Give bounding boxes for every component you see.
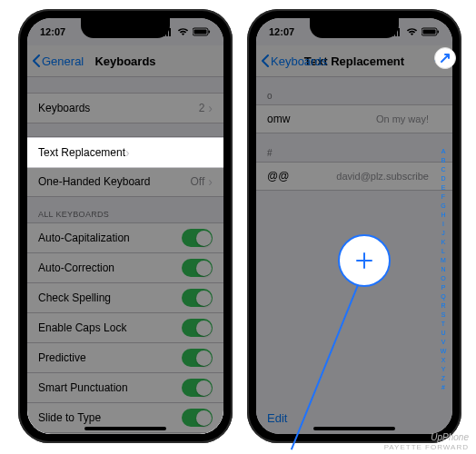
text-replacement-highlight[interactable]: Text Replacement › <box>27 138 223 167</box>
toggle-row[interactable]: Predictive <box>27 343 223 373</box>
toggle-label: Slide to Type <box>38 411 101 424</box>
index-letter[interactable]: T <box>438 320 449 329</box>
toggle-row[interactable]: Enable Caps Lock <box>27 313 223 343</box>
nav-bar: General Keyboards <box>27 45 223 77</box>
index-letter[interactable]: D <box>438 174 449 183</box>
chevron-left-icon <box>33 54 40 67</box>
index-letter[interactable]: M <box>438 256 449 265</box>
index-letter[interactable]: B <box>438 156 449 165</box>
phrase-label: omw <box>267 113 290 125</box>
index-letter[interactable]: O <box>438 274 449 283</box>
watermark-l2: PAYETTE FORWARD <box>384 442 469 452</box>
watermark: UpPhone PAYETTE FORWARD <box>384 432 469 452</box>
edit-button[interactable]: Edit <box>267 411 287 425</box>
status-time: 12:07 <box>269 26 294 37</box>
toggle-row[interactable]: Auto-Capitalization <box>27 222 223 253</box>
watermark-l1: UpPhone <box>384 432 469 442</box>
index-letter[interactable]: X <box>438 356 449 365</box>
back-button[interactable]: General <box>33 54 84 68</box>
chevron-left-icon <box>262 54 269 67</box>
toggle-switch[interactable] <box>182 349 213 367</box>
wifi-icon <box>177 27 189 36</box>
chevron-right-icon: › <box>208 174 213 189</box>
toggle-row[interactable]: Delete Slide-to-Type by Word <box>27 433 223 434</box>
status-time: 12:07 <box>40 26 65 37</box>
toggle-switch[interactable] <box>182 229 213 247</box>
index-letter[interactable]: S <box>438 311 449 320</box>
index-letter[interactable]: F <box>438 192 449 202</box>
index-letter[interactable]: R <box>438 301 449 311</box>
arrow-icon <box>439 52 451 64</box>
section-header: # <box>256 133 452 162</box>
toggle-switch[interactable] <box>182 289 213 307</box>
index-strip[interactable]: ABCDEFGHIJKLMNOPQRSTUVWXYZ# <box>438 147 449 398</box>
toggle-label: Smart Punctuation <box>38 381 128 394</box>
index-letter[interactable]: Y <box>438 365 449 374</box>
phone-left: 12:07 General Keyboards Keyboards <box>18 9 233 443</box>
battery-icon <box>421 27 440 36</box>
one-handed-label: One-Handed Keyboard <box>38 175 150 188</box>
index-letter[interactable]: H <box>438 211 449 220</box>
svg-rect-6 <box>194 30 207 35</box>
keyboards-count: 2 <box>199 102 205 114</box>
keyboards-group: Keyboards 2› <box>27 93 223 123</box>
index-letter[interactable]: G <box>438 202 449 211</box>
one-handed-row[interactable]: One-Handed Keyboard Off› <box>27 167 223 197</box>
toggle-row[interactable]: Smart Punctuation <box>27 373 223 403</box>
back-label: General <box>42 54 84 68</box>
screen-right: 12:07 Keyboards Text Replacement + oomwO… <box>256 18 452 434</box>
notch <box>310 18 399 38</box>
index-letter[interactable]: C <box>438 165 449 174</box>
phrase-label: @@ <box>267 170 289 183</box>
index-letter[interactable]: I <box>438 220 449 229</box>
index-letter[interactable]: V <box>438 338 449 347</box>
keyboards-row[interactable]: Keyboards 2› <box>27 93 223 123</box>
battery-icon <box>193 27 211 36</box>
chevron-right-icon: › <box>125 145 130 160</box>
toggle-switch[interactable] <box>182 379 213 397</box>
index-letter[interactable]: N <box>438 265 449 274</box>
index-letter[interactable]: E <box>438 183 449 192</box>
toggle-switch[interactable] <box>182 319 213 337</box>
replacement-row[interactable]: @@david@plz.subscribe <box>256 162 452 191</box>
one-handed-value: Off <box>191 175 205 188</box>
plus-icon <box>354 251 374 271</box>
wifi-icon <box>406 27 418 36</box>
index-letter[interactable]: K <box>438 238 449 247</box>
index-letter[interactable]: Q <box>438 292 449 301</box>
phone-right: 12:07 Keyboards Text Replacement + oomwO… <box>247 9 461 443</box>
toggle-row[interactable]: Check Spelling <box>27 283 223 313</box>
notch <box>81 18 170 38</box>
text-replacement-highlight-label: Text Replacement <box>38 146 125 159</box>
index-letter[interactable]: Z <box>438 374 449 383</box>
replacement-label: On my way! <box>376 114 429 124</box>
toggle-label: Predictive <box>38 351 86 364</box>
index-letter[interactable]: A <box>438 147 449 156</box>
nav-title: Keyboards <box>94 54 155 68</box>
toggle-label: Enable Caps Lock <box>38 321 126 334</box>
home-indicator[interactable] <box>313 427 395 430</box>
keyboards-label: Keyboards <box>38 102 90 114</box>
content-left: Keyboards 2› Text Replacement › One-Hand… <box>27 76 223 434</box>
toggle-switch[interactable] <box>182 409 213 427</box>
index-letter[interactable]: # <box>438 383 449 392</box>
back-button[interactable]: Keyboards <box>262 54 327 68</box>
replacement-label: david@plz.subscribe <box>336 171 429 182</box>
toggle-label: Auto-Capitalization <box>38 232 130 244</box>
index-letter[interactable]: J <box>438 229 449 238</box>
svg-rect-12 <box>438 31 440 34</box>
screen-left: 12:07 General Keyboards Keyboards <box>27 18 223 434</box>
index-letter[interactable]: W <box>438 347 449 356</box>
index-letter[interactable]: P <box>438 283 449 292</box>
nav-bar: Keyboards Text Replacement + <box>256 45 452 77</box>
section-header: o <box>256 76 452 104</box>
toggles-list: Auto-CapitalizationAuto-CorrectionCheck … <box>27 222 223 434</box>
chevron-right-icon: › <box>208 101 213 115</box>
toggle-switch[interactable] <box>182 259 213 277</box>
replacement-row[interactable]: omwOn my way! <box>256 104 452 133</box>
index-letter[interactable]: U <box>438 329 449 338</box>
index-letter[interactable]: L <box>438 247 449 256</box>
back-label: Keyboards <box>271 54 327 68</box>
toggle-row[interactable]: Auto-Correction <box>27 253 223 283</box>
home-indicator[interactable] <box>84 427 166 430</box>
